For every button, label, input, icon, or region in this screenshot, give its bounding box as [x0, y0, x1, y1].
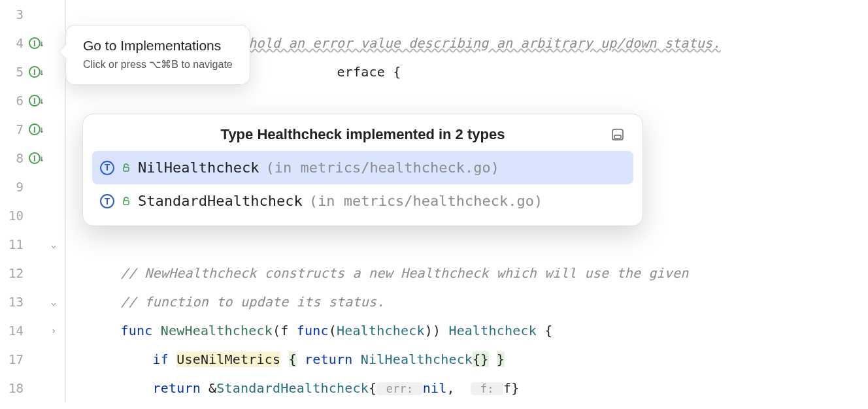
line-number: 11 — [5, 230, 27, 259]
go-to-implementations-tooltip[interactable]: Go to Implementations Click or press ⌥⌘B… — [65, 25, 250, 85]
line-number: 7 — [5, 115, 27, 144]
open-in-tool-window-icon[interactable] — [610, 127, 626, 142]
code-line[interactable]: 17 return &StandardHealthcheck{ err: nil… — [0, 345, 868, 374]
gutter: 3 — [0, 0, 65, 29]
type-icon: T — [100, 194, 114, 208]
gutter: 5 I↓ — [0, 57, 65, 86]
popup-list: T NilHealthcheck (in metrics/healthcheck… — [83, 151, 643, 218]
line-number: 4 — [5, 29, 27, 57]
gutter: 13 ⌄ — [0, 287, 65, 316]
gutter: 10 — [0, 201, 65, 230]
code-line[interactable]: 6 I↓ Error() error — [0, 86, 868, 115]
gutter: 11 ⌄ — [0, 230, 65, 259]
gutter: 7 I↓ — [0, 115, 65, 144]
svg-rect-1 — [614, 135, 621, 139]
implementation-item[interactable]: T NilHealthcheck (in metrics/healthcheck… — [92, 151, 633, 184]
code-editor: 3 // Healthchecks hold an error value de… — [0, 0, 868, 409]
fold-icon[interactable]: ⌄ — [46, 294, 61, 310]
type-icon: T — [100, 161, 114, 175]
item-location: (in metrics/healthcheck.go) — [265, 156, 499, 179]
gutter: 12 — [0, 259, 65, 287]
line-number: 5 — [5, 57, 27, 86]
implements-gutter-icon[interactable]: I↓ — [29, 150, 44, 166]
code-content: return &StandardHealthcheck{ err: nil, f… — [70, 345, 520, 409]
item-location: (in metrics/healthcheck.go) — [309, 189, 543, 212]
implementation-item[interactable]: T StandardHealthcheck (in metrics/health… — [92, 184, 633, 218]
implementations-popup: Type Healthcheck implemented in 2 types … — [82, 114, 643, 226]
gutter: 17 — [0, 345, 65, 374]
code-content: } — [70, 374, 129, 409]
line-number: 9 — [5, 172, 27, 201]
line-number: 12 — [5, 259, 27, 287]
svg-rect-3 — [124, 201, 129, 204]
gutter: 4 I↓ — [0, 29, 65, 57]
implements-gutter-icon[interactable]: I↓ — [29, 35, 44, 51]
line-number: 3 — [5, 0, 27, 29]
item-name: NilHealthcheck — [138, 156, 259, 179]
gutter: 8 I↓ — [0, 144, 65, 172]
visibility-icon — [121, 196, 131, 206]
implements-gutter-icon[interactable]: I↓ — [29, 64, 44, 80]
line-number: 13 — [5, 287, 27, 316]
fold-icon[interactable]: ⌄ — [46, 237, 61, 252]
line-number: 17 — [5, 345, 27, 374]
implements-gutter-icon[interactable]: I↓ — [29, 93, 44, 108]
gutter: 18 — [0, 374, 65, 402]
code-line[interactable]: 13 ⌄ func NewHealthcheck(f func(Healthch… — [0, 287, 868, 316]
parameter-hint: f: — [471, 382, 503, 395]
tooltip-subtitle: Click or press ⌥⌘B to navigate — [83, 57, 233, 72]
popup-title: Type Healthcheck implemented in 2 types — [116, 126, 610, 143]
code-line[interactable]: 14 › if UseNilMetrics { return NilHealth… — [0, 316, 868, 345]
svg-rect-2 — [124, 167, 129, 171]
gutter: 14 › — [0, 316, 65, 345]
visibility-icon — [121, 163, 131, 173]
implements-gutter-icon[interactable]: I↓ — [29, 122, 44, 137]
line-number: 14 — [5, 316, 27, 345]
line-number: 10 — [5, 201, 27, 230]
item-name: StandardHealthcheck — [138, 189, 303, 212]
line-number: 18 — [5, 374, 27, 402]
parameter-hint: err: — [376, 382, 423, 395]
gutter: 9 — [0, 172, 65, 201]
line-number: 8 — [5, 144, 27, 172]
line-number: 6 — [5, 86, 27, 115]
popup-header: Type Healthcheck implemented in 2 types — [83, 114, 643, 151]
tooltip-title: Go to Implementations — [83, 36, 233, 55]
fold-guide-icon[interactable]: › — [46, 323, 61, 338]
code-line[interactable]: 11 ⌄ // NewHealthcheck constructs a new … — [0, 230, 868, 259]
gutter: 6 I↓ — [0, 86, 65, 115]
